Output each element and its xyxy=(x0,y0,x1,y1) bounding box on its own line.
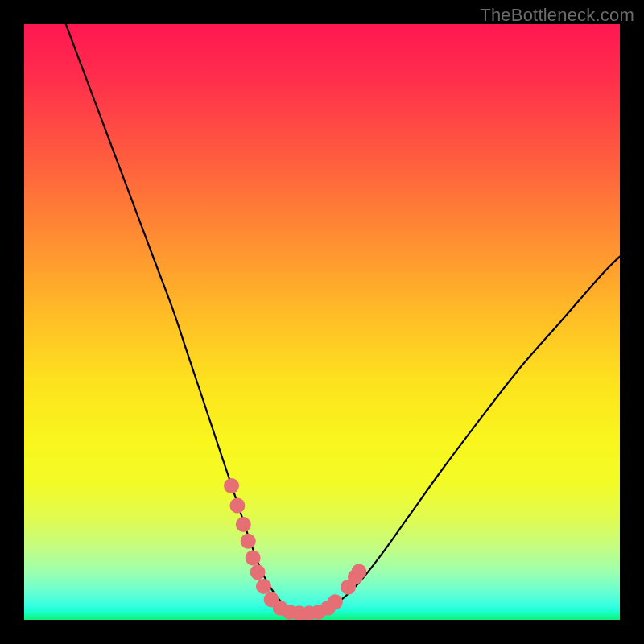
curve-marker xyxy=(241,534,256,549)
plot-area xyxy=(24,24,620,620)
curve-marker xyxy=(256,579,271,594)
watermark-text: TheBottleneck.com xyxy=(480,5,634,26)
bottleneck-curve-svg xyxy=(24,24,620,620)
curve-markers-group xyxy=(224,478,366,620)
chart-frame: TheBottleneck.com xyxy=(0,0,644,644)
curve-marker xyxy=(236,517,251,532)
curve-marker xyxy=(328,594,343,609)
bottleneck-curve-path xyxy=(66,24,620,613)
curve-marker xyxy=(246,551,261,566)
curve-marker xyxy=(229,497,245,513)
curve-marker xyxy=(250,564,266,580)
curve-marker xyxy=(224,478,239,493)
curve-marker xyxy=(351,564,366,580)
